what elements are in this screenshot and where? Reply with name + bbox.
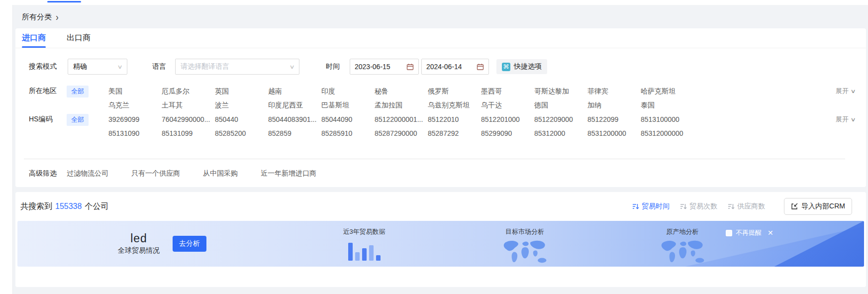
end-date-value: 2024-06-14 xyxy=(426,63,462,71)
hscode-option[interactable]: 76042990000... xyxy=(162,115,215,124)
language-select[interactable]: 请选择翻译语言 ∨ xyxy=(175,59,299,75)
region-option[interactable]: 菲律宾 xyxy=(587,87,641,96)
region-option[interactable]: 波兰 xyxy=(215,100,268,109)
hscode-option[interactable]: 39269099 xyxy=(108,115,162,124)
hscode-option[interactable]: 8513100000 xyxy=(641,115,694,124)
advanced-option-new-importers[interactable]: 近一年新增进口商 xyxy=(261,169,316,178)
region-all-chip[interactable]: 全部 xyxy=(67,86,89,98)
region-option[interactable]: 乌干达 xyxy=(481,100,534,109)
analyze-button[interactable]: 去分析 xyxy=(173,236,206,252)
region-option[interactable]: 孟加拉国 xyxy=(375,100,428,109)
language-label: 语言 xyxy=(152,62,175,71)
sort-trade-count-label: 贸易次数 xyxy=(689,202,717,211)
sort-trade-time[interactable]: 贸易时间 xyxy=(632,202,670,211)
hscode-option[interactable]: 85287292 xyxy=(428,129,481,138)
sort-supplier-count[interactable]: 供应商数 xyxy=(728,202,765,211)
chevron-right-icon: › xyxy=(56,12,59,22)
hscode-option[interactable]: 85131099 xyxy=(162,129,215,138)
sort-icon xyxy=(632,203,639,210)
hscode-option[interactable]: 85131090 xyxy=(108,129,162,138)
region-option[interactable]: 英国 xyxy=(215,87,268,96)
time-label: 时间 xyxy=(326,62,350,71)
hscode-expand-button[interactable]: 展开 ∨ xyxy=(836,115,866,124)
region-option[interactable]: 泰国 xyxy=(641,100,694,109)
hscode-option[interactable]: 85299090 xyxy=(481,129,534,138)
banner-section-title: 近3年贸易数据 xyxy=(324,227,404,236)
end-date-picker[interactable]: 2024-06-14 xyxy=(421,59,489,75)
close-icon[interactable]: ✕ xyxy=(768,229,773,237)
banner-section-trade-data[interactable]: 近3年贸易数据 xyxy=(324,227,404,261)
results-header-row: 共搜索到 155338 个公司 贸易时间 贸易次数 xyxy=(15,192,866,220)
tab-exporters[interactable]: 出口商 xyxy=(67,28,91,48)
importer-exporter-tabs: 进口商 出口商 xyxy=(15,28,866,48)
import-to-crm-button[interactable]: 导入内部CRM xyxy=(784,198,852,215)
hscode-option[interactable]: 85044090 xyxy=(321,115,375,124)
filter-row-region: 所在地区 全部 美国 厄瓜多尔 英国 越南 印度 秘鲁 俄罗斯 墨西哥 哥斯达黎… xyxy=(15,85,866,109)
quick-options-button[interactable]: ⌘ 快捷选项 xyxy=(496,59,547,74)
hscode-option[interactable]: 85285910 xyxy=(321,129,375,138)
region-option[interactable]: 哥斯达黎加 xyxy=(534,87,587,96)
region-option[interactable]: 乌兹别克斯坦 xyxy=(428,100,481,109)
advanced-option-filter-logistics[interactable]: 过滤物流公司 xyxy=(67,169,108,178)
region-option[interactable]: 德国 xyxy=(534,100,587,109)
results-prefix: 共搜索到 xyxy=(20,201,52,212)
hscode-option[interactable]: 850440 xyxy=(215,115,268,124)
filter-row-hscode: HS编码 全部 39269099 76042990000... 850440 8… xyxy=(15,113,866,138)
hscode-option[interactable]: 85312000000 xyxy=(641,129,694,138)
sort-trade-count[interactable]: 贸易次数 xyxy=(680,202,717,211)
divider xyxy=(24,159,845,159)
hscode-option[interactable]: 8512209000 xyxy=(534,115,587,124)
search-mode-label: 搜索模式 xyxy=(29,62,67,71)
sort-controls: 贸易时间 贸易次数 供应商数 xyxy=(632,198,852,215)
hscode-option[interactable]: 85122099 xyxy=(587,115,641,124)
start-date-picker[interactable]: 2023-06-15 xyxy=(350,59,419,75)
tab-importers-label: 进口商 xyxy=(22,33,46,43)
hscode-option[interactable]: 8512201000 xyxy=(481,115,534,124)
region-option[interactable]: 墨西哥 xyxy=(481,87,534,96)
active-top-tab-indicator xyxy=(47,1,81,2)
region-expand-button[interactable]: 展开 ∨ xyxy=(836,87,866,96)
banner-section-target-market[interactable]: 目标市场分析 xyxy=(485,227,565,266)
hscode-option[interactable]: 8531200000 xyxy=(587,129,641,138)
region-option[interactable]: 美国 xyxy=(108,87,162,96)
hscode-option[interactable]: 85285200 xyxy=(215,129,268,138)
world-map-icon xyxy=(657,239,708,266)
dont-remind-checkbox[interactable] xyxy=(726,230,732,236)
region-option[interactable]: 俄罗斯 xyxy=(428,87,481,96)
search-mode-select[interactable]: 精确 ∨ xyxy=(68,59,127,75)
results-count: 155338 xyxy=(55,202,82,211)
banner-dismiss: 不再提醒 ✕ xyxy=(726,228,773,237)
chevron-down-icon: ∨ xyxy=(850,116,856,123)
hscode-option[interactable]: 85312000 xyxy=(534,129,587,138)
region-option[interactable]: 越南 xyxy=(268,87,321,96)
advanced-option-buy-from-china[interactable]: 从中国采购 xyxy=(203,169,238,178)
hscode-option[interactable]: 852859 xyxy=(268,129,321,138)
banner-section-origin[interactable]: 原产地分析 xyxy=(643,227,722,266)
hscode-all-chip[interactable]: 全部 xyxy=(67,114,89,126)
region-label: 所在地区 xyxy=(29,87,67,96)
region-option[interactable]: 厄瓜多尔 xyxy=(162,87,215,96)
filter-row-advanced: 高级筛选 过滤物流公司 只有一个供应商 从中国采购 近一年新增进口商 xyxy=(15,169,866,178)
sort-icon xyxy=(728,203,735,210)
hscode-option[interactable]: 85122010 xyxy=(428,115,481,124)
hscode-option[interactable]: 85287290000 xyxy=(375,129,428,138)
region-option[interactable]: 加纳 xyxy=(587,100,641,109)
chevron-down-icon: ∨ xyxy=(850,88,856,95)
tab-importers[interactable]: 进口商 xyxy=(22,28,46,48)
region-option[interactable]: 印度 xyxy=(321,87,375,96)
banner-section-title: 目标市场分析 xyxy=(485,227,565,236)
tab-exporters-label: 出口商 xyxy=(67,33,91,43)
chevron-down-icon: ∨ xyxy=(117,64,122,70)
breadcrumb[interactable]: 所有分类 › xyxy=(13,5,868,28)
region-option[interactable]: 印度尼西亚 xyxy=(268,100,321,109)
region-option[interactable]: 巴基斯坦 xyxy=(321,100,375,109)
trade-analysis-banner: led 全球贸易情况 去分析 近3年贸易数据 目标市场分析 xyxy=(17,221,864,267)
region-option[interactable]: 乌克兰 xyxy=(108,100,162,109)
hscode-option[interactable]: 85044083901... xyxy=(268,115,321,124)
advanced-option-single-supplier[interactable]: 只有一个供应商 xyxy=(131,169,180,178)
region-option[interactable]: 土耳其 xyxy=(162,100,215,109)
hscode-option[interactable]: 85122000001... xyxy=(375,115,428,124)
region-option[interactable]: 秘鲁 xyxy=(375,87,428,96)
filters-area: 搜索模式 精确 ∨ 语言 请选择翻译语言 ∨ 时间 2023-06-15 xyxy=(15,59,866,187)
region-option[interactable]: 哈萨克斯坦 xyxy=(641,87,694,96)
